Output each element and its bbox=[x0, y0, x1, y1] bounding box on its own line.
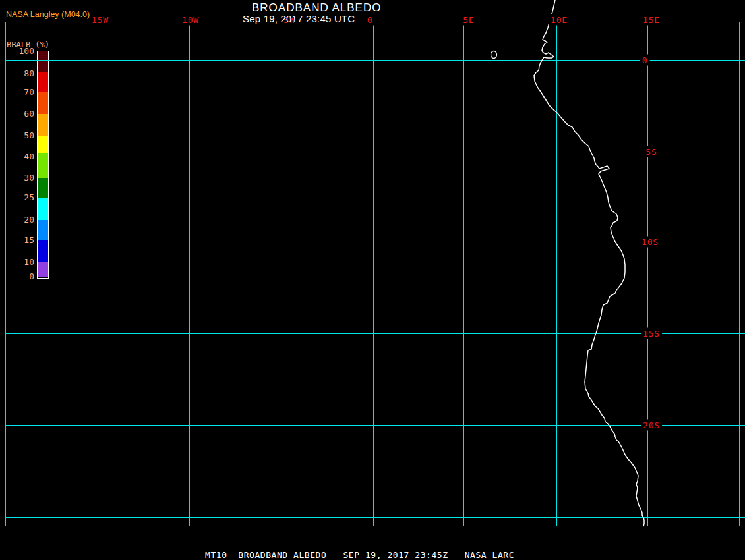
colorbar-tick-label: 20 bbox=[5, 215, 34, 225]
longitude-label: 5E bbox=[461, 14, 476, 26]
screen: NASA Langley (M04.0) BROADBAND ALBEDO Se… bbox=[0, 0, 745, 560]
latitude-label: 0 bbox=[640, 55, 650, 66]
coastline bbox=[534, 0, 644, 526]
longitude-label: 10E bbox=[549, 14, 570, 26]
longitude-label: 0 bbox=[365, 14, 375, 26]
latitude-label: 15S bbox=[641, 328, 662, 339]
longitude-label: 15E bbox=[641, 14, 662, 26]
source-label: NASA Langley (M04.0) bbox=[6, 10, 90, 19]
latitude-label: 10S bbox=[640, 237, 661, 248]
page-title: BROADBAND ALBEDO bbox=[252, 1, 381, 14]
island-outline bbox=[491, 51, 497, 59]
colorbar-tick-label: 30 bbox=[5, 173, 34, 183]
colorbar-tick-label: 25 bbox=[5, 192, 34, 203]
colorbar-tick-label: 15 bbox=[5, 235, 34, 246]
colorbar-tick-label: 80 bbox=[5, 69, 34, 79]
colorbar-tick-label: 10 bbox=[5, 257, 34, 267]
map-svg bbox=[0, 0, 745, 560]
longitude-label: 15W bbox=[90, 14, 111, 26]
latitude-label: 5S bbox=[643, 146, 659, 157]
colorbar-tick-label: 40 bbox=[5, 152, 34, 162]
page-subtitle: Sep 19, 2017 23:45 UTC bbox=[243, 13, 355, 24]
longitude-label: 10W bbox=[180, 14, 201, 26]
colorbar-tick-label: 70 bbox=[5, 87, 34, 98]
latitude-label: 20S bbox=[641, 420, 662, 431]
colorbar-tick-label: 60 bbox=[5, 109, 34, 119]
footer-caption: MT10 BROADBAND ALBEDO SEP 19, 2017 23:45… bbox=[205, 550, 514, 560]
colorbar-tick-label: 0 bbox=[5, 271, 34, 282]
colorbar-tick-label: 50 bbox=[5, 130, 34, 141]
colorbar-tick-label: 100 bbox=[5, 46, 34, 57]
